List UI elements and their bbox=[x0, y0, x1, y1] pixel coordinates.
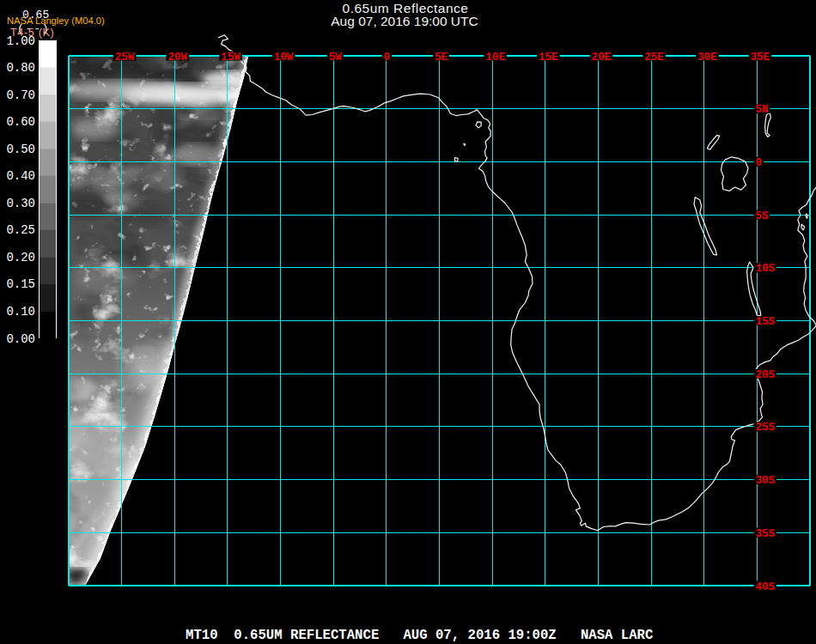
svg-text:5N: 5N bbox=[755, 104, 768, 116]
svg-text:0: 0 bbox=[755, 157, 762, 169]
svg-text:0.40: 0.40 bbox=[6, 169, 35, 183]
svg-text:MT10 0.65UM REFLECTANCE AUG: MT10 0.65UM REFLECTANCE AUG 07, 2016 19:… bbox=[186, 628, 653, 643]
svg-text:40S: 40S bbox=[755, 581, 775, 593]
svg-text:Aug 07, 2016 19:00 UTC: Aug 07, 2016 19:00 UTC bbox=[331, 14, 478, 28]
svg-text:20E: 20E bbox=[592, 52, 612, 64]
svg-text:35E: 35E bbox=[751, 52, 770, 64]
svg-text:5S: 5S bbox=[755, 210, 769, 222]
svg-text:20S: 20S bbox=[755, 369, 775, 381]
svg-text:0.10: 0.10 bbox=[6, 305, 35, 319]
svg-text:0.60: 0.60 bbox=[6, 115, 35, 129]
svg-text:0.30: 0.30 bbox=[6, 197, 35, 210]
svg-text:0.70: 0.70 bbox=[6, 88, 35, 102]
svg-text:0.00: 0.00 bbox=[6, 332, 35, 346]
svg-text:20W: 20W bbox=[167, 52, 187, 64]
svg-text:10E: 10E bbox=[485, 52, 505, 64]
svg-text:25S: 25S bbox=[755, 422, 775, 434]
svg-text:0.80: 0.80 bbox=[6, 61, 35, 75]
svg-text:15E: 15E bbox=[539, 52, 558, 64]
svg-text:10W: 10W bbox=[274, 52, 294, 64]
svg-text:25W: 25W bbox=[115, 52, 135, 64]
svg-text:T4-5 (K): T4-5 (K) bbox=[10, 27, 54, 39]
svg-text:0.15: 0.15 bbox=[6, 277, 35, 291]
svg-text:0: 0 bbox=[384, 52, 391, 64]
svg-text:15S: 15S bbox=[755, 316, 775, 328]
svg-text:0.25: 0.25 bbox=[6, 223, 35, 237]
svg-text:30S: 30S bbox=[755, 475, 775, 487]
svg-text:35S: 35S bbox=[755, 528, 775, 540]
svg-text:5E: 5E bbox=[435, 52, 448, 64]
svg-text:5W: 5W bbox=[329, 52, 343, 64]
svg-text:25E: 25E bbox=[644, 52, 664, 64]
svg-text:NASA Langley (M04.0): NASA Langley (M04.0) bbox=[7, 15, 105, 26]
svg-text:10S: 10S bbox=[755, 263, 775, 275]
svg-text:15W: 15W bbox=[221, 52, 241, 64]
svg-text:0.50: 0.50 bbox=[6, 143, 35, 156]
svg-text:0.20: 0.20 bbox=[6, 251, 35, 264]
svg-text:30E: 30E bbox=[697, 52, 717, 64]
